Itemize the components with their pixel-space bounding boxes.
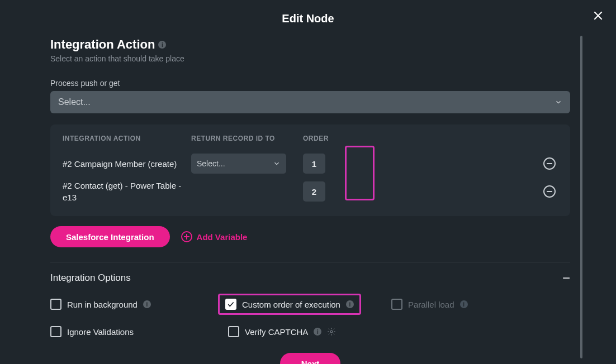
option-verify-captcha: Verify CAPTCHA i	[218, 326, 386, 337]
gear-icon[interactable]	[327, 327, 336, 336]
row-action-text: #2 Contact (get) - Power Table - e13	[63, 180, 191, 203]
section-subtitle: Select an action that should take place	[50, 54, 577, 63]
options-grid: Run in background i Custom order of exec…	[50, 294, 570, 337]
info-icon[interactable]: i	[143, 300, 151, 308]
remove-row-button[interactable]	[543, 185, 556, 198]
modal-title: Edit Node	[0, 0, 616, 32]
option-custom-order: Custom order of execution i	[225, 299, 354, 310]
add-variable-label: Add Variable	[197, 232, 248, 242]
table-actions: Salesforce Integration Add Variable	[50, 226, 577, 247]
header-order: ORDER	[303, 135, 337, 142]
option-ignore-validations: Ignore Validations	[50, 326, 212, 337]
info-icon[interactable]: i	[346, 300, 354, 308]
remove-row-button[interactable]	[543, 157, 556, 170]
modal-body: Integration Action i Select an action th…	[0, 37, 582, 364]
header-return: RETURN RECORD ID TO	[191, 135, 303, 142]
return-record-select[interactable]: Select...	[191, 154, 286, 174]
process-select[interactable]: Select...	[50, 91, 570, 113]
info-icon[interactable]: i	[314, 328, 321, 336]
section-title-text: Integration Action	[50, 37, 155, 52]
options-header: Integration Options −	[50, 271, 570, 285]
return-select-value: Select...	[197, 159, 225, 168]
option-label: Run in background	[67, 300, 138, 309]
option-label: Custom order of execution	[242, 300, 340, 309]
close-icon	[593, 10, 604, 21]
options-title: Integration Options	[50, 272, 131, 284]
footer-actions: Next	[50, 353, 570, 364]
option-parallel-load: Parallel load i	[391, 294, 537, 315]
header-action: INTEGRATION ACTION	[63, 135, 191, 142]
table-header: INTEGRATION ACTION RETURN RECORD ID TO O…	[63, 135, 558, 142]
order-input[interactable]	[303, 181, 325, 202]
close-button[interactable]	[591, 9, 605, 22]
option-label: Parallel load	[408, 300, 454, 309]
row-action-text: #2 Campaign Member (create)	[63, 158, 191, 170]
order-input[interactable]	[303, 154, 325, 174]
chevron-down-icon	[555, 98, 562, 106]
info-icon[interactable]: i	[460, 300, 468, 308]
section-title: Integration Action i	[50, 37, 577, 52]
ignore-validations-checkbox[interactable]	[50, 326, 61, 337]
option-label: Ignore Validations	[67, 327, 134, 337]
edit-node-modal: Edit Node Integration Action i Select an…	[0, 0, 616, 364]
table-row: #2 Campaign Member (create) Select...	[63, 150, 558, 177]
next-button[interactable]: Next	[280, 353, 341, 364]
svg-point-2	[330, 331, 333, 333]
custom-order-checkbox[interactable]	[225, 299, 236, 310]
run-background-checkbox[interactable]	[50, 299, 61, 310]
salesforce-integration-button[interactable]: Salesforce Integration	[50, 226, 170, 247]
chevron-down-icon	[273, 160, 281, 167]
info-icon[interactable]: i	[158, 41, 166, 49]
add-variable-link[interactable]: Add Variable	[181, 231, 248, 242]
process-label: Process push or get	[50, 79, 577, 88]
integration-table: INTEGRATION ACTION RETURN RECORD ID TO O…	[50, 124, 570, 216]
collapse-toggle[interactable]: −	[562, 271, 570, 285]
process-select-value: Select...	[58, 97, 91, 107]
option-custom-order-wrap: Custom order of execution i	[218, 294, 386, 315]
divider	[50, 262, 570, 262]
verify-captcha-checkbox[interactable]	[228, 326, 239, 337]
parallel-load-checkbox[interactable]	[391, 299, 402, 310]
highlight-custom-order: Custom order of execution i	[218, 294, 361, 315]
scrollbar[interactable]	[580, 36, 582, 358]
table-row: #2 Contact (get) - Power Table - e13	[63, 178, 558, 205]
option-run-background: Run in background i	[50, 294, 212, 315]
plus-icon	[181, 231, 192, 242]
option-label: Verify CAPTCHA	[245, 327, 308, 337]
check-icon	[227, 300, 235, 308]
